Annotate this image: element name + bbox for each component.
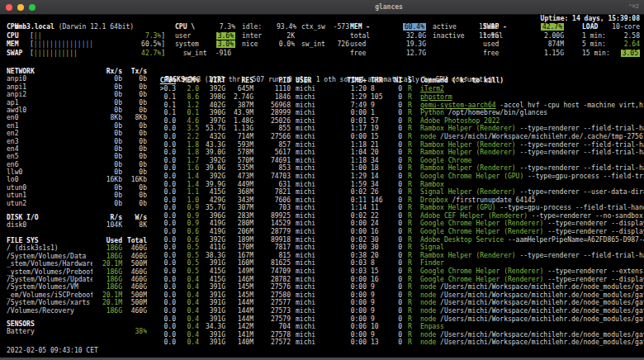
process-user: michi: [296, 133, 329, 141]
process-threads: 10: [371, 323, 391, 331]
item-value-1: [92, 328, 122, 335]
process-mem: 1.2: [180, 102, 199, 110]
header-threads[interactable]: THR: [371, 77, 391, 85]
process-mem: 0.9: [180, 212, 199, 220]
process-res: 144M: [230, 315, 253, 324]
header-time[interactable]: TIME+: [329, 77, 367, 85]
process-pid: 27580: [256, 291, 291, 300]
quicklook-gauge: SWAP[|||||||||||42.7%]: [7, 50, 165, 59]
process-virt: 415G: [203, 188, 225, 197]
mem-free-label: free: [350, 50, 390, 59]
process-time: 0:00: [329, 133, 367, 141]
gauge-bar: |||||||||||: [34, 50, 135, 59]
process-threads: 16: [371, 276, 391, 284]
minimize-button[interactable]: [17, 4, 24, 11]
process-threads: 9: [371, 291, 391, 300]
process-res: 280M: [230, 220, 253, 228]
process-pid: 89918: [256, 236, 291, 244]
header-user[interactable]: USER: [296, 77, 329, 85]
process-virt: 39.0G: [203, 164, 225, 173]
process-time: 0:06: [329, 323, 367, 331]
header-pid[interactable]: PID: [256, 77, 291, 85]
network-interface-row: anpi10b0b: [7, 83, 147, 91]
process-status: R: [408, 299, 416, 307]
process-virt: 391G: [203, 315, 225, 324]
process-res: 167M: [230, 252, 253, 260]
process-time: 1:18: [329, 141, 367, 149]
process-status: R: [408, 181, 416, 189]
process-pid: 27579: [256, 315, 291, 324]
process-threads: 15: [371, 133, 391, 141]
cpu-inter-value: 2K: [277, 32, 295, 41]
process-pid: 27578: [256, 331, 291, 339]
mem-totalmem-value: 32.0G: [390, 32, 426, 41]
process-status: R: [408, 276, 416, 284]
swap-total-percent: 42.7%: [523, 23, 564, 32]
process-res: 307M: [230, 204, 253, 212]
process-command: Google Chrome Helper (Renderer) --type=r…: [420, 276, 644, 284]
process-cpu: 0.0: [157, 236, 176, 244]
process-virt: 419G: [203, 220, 225, 228]
process-virt: 39.0G: [203, 149, 225, 157]
filesys-total-header: Total: [122, 237, 147, 244]
process-cpu: 0.0: [157, 339, 176, 347]
process-cpu: 0.0: [157, 299, 176, 307]
header-virt[interactable]: VIRT: [203, 77, 225, 85]
process-threads: 57: [371, 117, 391, 126]
swap-used-value: 874M: [523, 40, 564, 50]
process-res: 343M: [230, 197, 253, 205]
sensors-title: SENSORS: [7, 320, 147, 328]
close-button[interactable]: [6, 4, 12, 11]
swap-used-label: used: [483, 40, 523, 50]
header-cpu-percent[interactable]: CPU%: [157, 77, 176, 85]
fullscreen-button[interactable]: [29, 4, 36, 11]
process-cpu: 0.0: [157, 133, 176, 141]
header-res[interactable]: RES: [230, 77, 253, 85]
header-status[interactable]: S: [408, 77, 416, 85]
process-virt: 35.7G: [203, 204, 225, 212]
process-command: Google Chrome Helper (Renderer) --type=r…: [420, 220, 644, 228]
process-user: michi: [296, 228, 329, 236]
process-threads: 9: [371, 315, 391, 324]
process-res: 141M: [230, 331, 253, 339]
process-virt: 39.9G: [203, 181, 225, 189]
process-row: 0.0 1.1 415G 368M 7821 michi 0:02 26 0 R…: [157, 188, 644, 197]
diskio-read-header: R/s: [92, 214, 122, 221]
process-user: michi: [296, 236, 329, 244]
process-status: R: [408, 244, 416, 252]
process-mem: 4.6: [180, 117, 199, 126]
process-res: 2.74G: [230, 93, 253, 102]
header-nice[interactable]: NI: [391, 77, 402, 85]
process-nice: 0: [391, 157, 402, 165]
process-cpu: 0.0: [157, 259, 176, 268]
process-threads: 21: [371, 141, 391, 149]
process-command: Signal: [420, 244, 644, 252]
process-user: michi: [296, 339, 329, 347]
header-mem-percent[interactable]: MEM%: [180, 77, 199, 85]
process-nice: 0: [391, 102, 402, 110]
item-name: lo0: [7, 176, 92, 183]
process-user: michi: [296, 125, 329, 133]
process-user: michi: [296, 268, 329, 276]
process-row: 0.0 0.4 415G 146M 28782 michi 0:00 16 0 …: [157, 276, 644, 284]
sensors-panel: SENSORS Battery38%: [7, 320, 147, 336]
tasks-summary: TASKS 508 (2173 thr), 507 run, 0 slp, 1 …: [157, 68, 642, 76]
diskio-title: DISK I/O: [7, 214, 92, 221]
process-pid: 74703: [256, 173, 291, 181]
process-row: 0.0 1.7 392G 570M 74691 michi 1:18 34 0 …: [157, 157, 644, 165]
process-time: 0:00: [329, 244, 367, 252]
filesys-used-header: Used: [92, 237, 122, 244]
process-user: michi: [296, 102, 329, 110]
process-threads: 15: [371, 268, 391, 276]
item-name: _em/Volumes/iSCPreboot: [7, 291, 92, 299]
process-time: 0:38: [329, 252, 367, 260]
process-virt: 415G: [203, 276, 225, 284]
process-status: R: [408, 173, 416, 181]
process-threads: 20: [371, 252, 391, 260]
cpu-total: 7.3%: [205, 23, 235, 32]
process-time: 0:02: [329, 188, 367, 197]
process-time: 0:00: [329, 339, 367, 347]
process-user: michi: [296, 197, 329, 205]
load-cores: 10-core: [612, 23, 640, 32]
process-mem: 0.5: [180, 268, 199, 276]
